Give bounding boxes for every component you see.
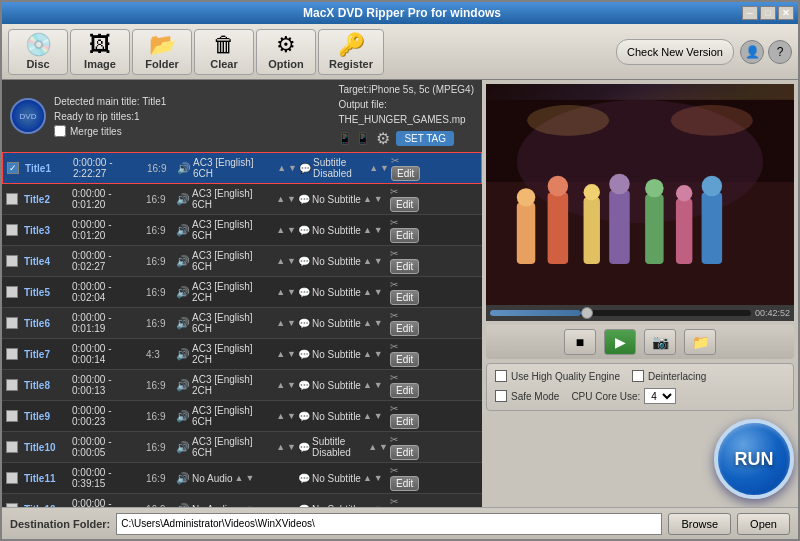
checkbox-9[interactable] bbox=[6, 410, 18, 422]
safe-mode-checkbox[interactable] bbox=[495, 390, 507, 402]
checkbox-2[interactable] bbox=[6, 193, 18, 205]
register-button[interactable]: 🔑 Register bbox=[318, 29, 384, 75]
row-checkbox-11[interactable] bbox=[6, 472, 22, 484]
sub-down-6[interactable]: ▼ bbox=[374, 318, 383, 328]
stop-button[interactable]: ■ bbox=[564, 329, 596, 355]
row-checkbox-6[interactable] bbox=[6, 317, 22, 329]
row-checkbox-7[interactable] bbox=[6, 348, 22, 360]
edit-button-9[interactable]: Edit bbox=[390, 414, 419, 429]
checkbox-3[interactable] bbox=[6, 224, 18, 236]
open-folder-button[interactable]: 📁 bbox=[684, 329, 716, 355]
sub-up-6[interactable]: ▲ bbox=[363, 318, 372, 328]
table-row[interactable]: Title5 0:00:00 - 0:02:04 16:9 🔊 AC3 [Eng… bbox=[2, 277, 482, 308]
sub-up-5[interactable]: ▲ bbox=[363, 287, 372, 297]
folder-button[interactable]: 📂 Folder bbox=[132, 29, 192, 75]
sub-down-5[interactable]: ▼ bbox=[374, 287, 383, 297]
cpu-core-select[interactable]: 1234 5678 bbox=[644, 388, 676, 404]
audio-up-6[interactable]: ▲ bbox=[276, 318, 285, 328]
titles-table[interactable]: Title1 0:00:00 - 2:22:27 16:9 🔊 AC3 [Eng… bbox=[2, 152, 482, 507]
high-quality-checkbox[interactable] bbox=[495, 370, 507, 382]
clear-button[interactable]: 🗑 Clear bbox=[194, 29, 254, 75]
browse-button[interactable]: Browse bbox=[668, 513, 731, 535]
run-button[interactable]: RUN bbox=[714, 419, 794, 499]
audio-up-1[interactable]: ▲ bbox=[277, 163, 286, 173]
destination-input[interactable] bbox=[116, 513, 662, 535]
sub-down-4[interactable]: ▼ bbox=[374, 256, 383, 266]
sub-down-8[interactable]: ▼ bbox=[374, 380, 383, 390]
edit-button-2[interactable]: Edit bbox=[390, 197, 419, 212]
deinterlacing-checkbox[interactable] bbox=[632, 370, 644, 382]
open-button[interactable]: Open bbox=[737, 513, 790, 535]
audio-down-4[interactable]: ▼ bbox=[287, 256, 296, 266]
merge-checkbox[interactable] bbox=[54, 125, 66, 137]
row-checkbox-2[interactable] bbox=[6, 193, 22, 205]
audio-up-2[interactable]: ▲ bbox=[276, 194, 285, 204]
audio-up-10[interactable]: ▲ bbox=[276, 442, 285, 452]
sub-up-4[interactable]: ▲ bbox=[363, 256, 372, 266]
checkbox-8[interactable] bbox=[6, 379, 18, 391]
help-icon[interactable]: ? bbox=[768, 40, 792, 64]
play-button[interactable]: ▶ bbox=[604, 329, 636, 355]
audio-down-7[interactable]: ▼ bbox=[287, 349, 296, 359]
audio-up-3[interactable]: ▲ bbox=[276, 225, 285, 235]
sub-up-10[interactable]: ▲ bbox=[368, 442, 377, 452]
sub-up-9[interactable]: ▲ bbox=[363, 411, 372, 421]
sub-down-7[interactable]: ▼ bbox=[374, 349, 383, 359]
edit-button-1[interactable]: Edit bbox=[391, 166, 420, 181]
table-row[interactable]: Title4 0:00:00 - 0:02:27 16:9 🔊 AC3 [Eng… bbox=[2, 246, 482, 277]
sub-up-7[interactable]: ▲ bbox=[363, 349, 372, 359]
checkbox-6[interactable] bbox=[6, 317, 18, 329]
sub-down-1[interactable]: ▼ bbox=[380, 163, 389, 173]
table-row[interactable]: Title6 0:00:00 - 0:01:19 16:9 🔊 AC3 [Eng… bbox=[2, 308, 482, 339]
sub-up-3[interactable]: ▲ bbox=[363, 225, 372, 235]
audio-down-10[interactable]: ▼ bbox=[287, 442, 296, 452]
checkbox-10[interactable] bbox=[6, 441, 18, 453]
row-checkbox-8[interactable] bbox=[6, 379, 22, 391]
table-row[interactable]: Title8 0:00:00 - 0:00:13 16:9 🔊 AC3 [Eng… bbox=[2, 370, 482, 401]
table-row[interactable]: Title7 0:00:00 - 0:00:14 4:3 🔊 AC3 [Engl… bbox=[2, 339, 482, 370]
row-checkbox-9[interactable] bbox=[6, 410, 22, 422]
audio-up-8[interactable]: ▲ bbox=[276, 380, 285, 390]
progress-track[interactable] bbox=[490, 310, 751, 316]
sub-up-11[interactable]: ▲ bbox=[363, 473, 372, 483]
checkbox-11[interactable] bbox=[6, 472, 18, 484]
audio-down-1[interactable]: ▼ bbox=[288, 163, 297, 173]
sub-up-1[interactable]: ▲ bbox=[369, 163, 378, 173]
table-row[interactable]: Title9 0:00:00 - 0:00:23 16:9 🔊 AC3 [Eng… bbox=[2, 401, 482, 432]
maximize-button[interactable]: □ bbox=[760, 6, 776, 20]
audio-down-2[interactable]: ▼ bbox=[287, 194, 296, 204]
video-progress-bar[interactable]: 00:42:52 bbox=[486, 305, 794, 321]
disc-button[interactable]: 💿 Disc bbox=[8, 29, 68, 75]
sub-down-11[interactable]: ▼ bbox=[374, 473, 383, 483]
checkbox-4[interactable] bbox=[6, 255, 18, 267]
image-button[interactable]: 🖼 Image bbox=[70, 29, 130, 75]
settings-icon[interactable]: ⚙ bbox=[376, 129, 390, 148]
edit-button-3[interactable]: Edit bbox=[390, 228, 419, 243]
table-row[interactable]: Title11 0:00:00 - 0:39:15 16:9 🔊 No Audi… bbox=[2, 463, 482, 494]
audio-down-11[interactable]: ▼ bbox=[246, 473, 255, 483]
set-tag-button[interactable]: SET TAG bbox=[396, 131, 454, 146]
table-row[interactable]: Title12 0:00:00 - 0:00:05 16:9 🔊 No Audi… bbox=[2, 494, 482, 507]
edit-button-4[interactable]: Edit bbox=[390, 259, 419, 274]
table-row[interactable]: Title1 0:00:00 - 2:22:27 16:9 🔊 AC3 [Eng… bbox=[2, 152, 482, 184]
edit-button-5[interactable]: Edit bbox=[390, 290, 419, 305]
snapshot-button[interactable]: 📷 bbox=[644, 329, 676, 355]
sub-down-2[interactable]: ▼ bbox=[374, 194, 383, 204]
audio-down-8[interactable]: ▼ bbox=[287, 380, 296, 390]
audio-up-7[interactable]: ▲ bbox=[276, 349, 285, 359]
edit-button-10[interactable]: Edit bbox=[390, 445, 419, 460]
option-button[interactable]: ⚙ Option bbox=[256, 29, 316, 75]
close-button[interactable]: ✕ bbox=[778, 6, 794, 20]
audio-down-9[interactable]: ▼ bbox=[287, 411, 296, 421]
edit-button-7[interactable]: Edit bbox=[390, 352, 419, 367]
audio-up-4[interactable]: ▲ bbox=[276, 256, 285, 266]
row-checkbox-5[interactable] bbox=[6, 286, 22, 298]
row-checkbox-3[interactable] bbox=[6, 224, 22, 236]
check-version-button[interactable]: Check New Version bbox=[616, 39, 734, 65]
table-row[interactable]: Title2 0:00:00 - 0:01:20 16:9 🔊 AC3 [Eng… bbox=[2, 184, 482, 215]
edit-button-8[interactable]: Edit bbox=[390, 383, 419, 398]
user-icon[interactable]: 👤 bbox=[740, 40, 764, 64]
audio-up-9[interactable]: ▲ bbox=[276, 411, 285, 421]
edit-button-6[interactable]: Edit bbox=[390, 321, 419, 336]
progress-thumb[interactable] bbox=[581, 307, 593, 319]
